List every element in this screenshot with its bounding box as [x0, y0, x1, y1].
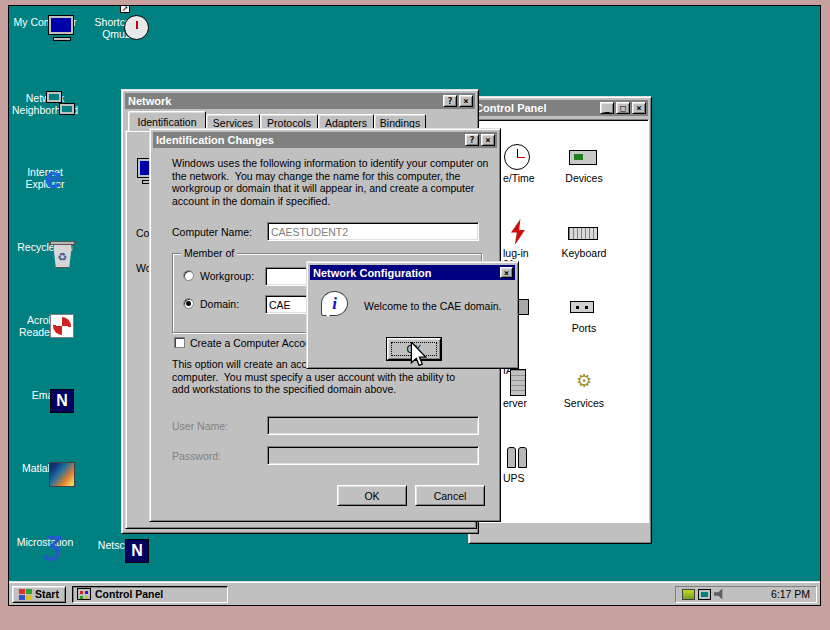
identification-changes-titlebar: Identification Changes ? × [153, 132, 497, 148]
start-button[interactable]: Start [12, 586, 66, 603]
lightning-icon [503, 218, 535, 248]
ports-icon [568, 293, 600, 323]
cp-item-date-time[interactable]: e/Time [503, 143, 549, 184]
msgbox-message: Welcome to the CAE domain. [364, 300, 502, 312]
ups-battery-icon [503, 443, 535, 473]
identification-changes-title: Identification Changes [156, 134, 463, 146]
user-name-label: User Name: [172, 420, 228, 432]
desktop-icon-network-neighborhood[interactable]: Network Neighborhood [11, 89, 79, 116]
taskbar-task-control-panel[interactable]: Control Panel [72, 586, 228, 603]
services-gears-icon: ⚙ [568, 368, 600, 398]
cancel-button[interactable]: Cancel [415, 485, 485, 506]
desktop-icon-email[interactable]: N Email [11, 386, 79, 401]
network-status-icon[interactable] [698, 589, 711, 600]
keyboard-icon [568, 218, 600, 248]
cp-item-keyboard[interactable]: Keyboard [550, 218, 618, 259]
network-dialog-titlebar: Network ? × [125, 93, 475, 109]
identification-intro-text: Windows uses the following information t… [172, 157, 488, 207]
domain-radio[interactable] [183, 298, 194, 309]
help-icon[interactable]: ? [443, 95, 457, 107]
help-icon[interactable]: ? [465, 134, 479, 146]
msgbox-titlebar: Network Configuration × [310, 265, 515, 280]
password-input [267, 446, 479, 465]
display-settings-icon[interactable] [682, 589, 695, 600]
member-of-legend: Member of [181, 247, 237, 259]
minimize-button[interactable]: _ [600, 102, 614, 114]
close-icon[interactable]: × [481, 134, 495, 146]
desktop-icon-my-computer[interactable]: My Computer [11, 13, 79, 28]
password-label: Password: [172, 450, 221, 462]
desktop-icon-internet-explorer[interactable]: e Internet Explorer [11, 163, 79, 190]
shortcut-arrow-icon: ➚ [120, 5, 130, 13]
date-time-icon [503, 143, 535, 173]
desktop-icon-microstation[interactable]: Ʒ Microstation [11, 533, 79, 548]
desktop-icon-shortcut-qmuzik[interactable]: ➚ Shortcut to Qmuzik [86, 13, 154, 40]
close-icon[interactable]: × [500, 267, 513, 278]
cp-item-services[interactable]: ⚙ Services [550, 368, 618, 409]
control-panel-titlebar: Control Panel _ □ × [472, 100, 648, 116]
control-panel-icon [77, 588, 91, 600]
volume-icon[interactable] [714, 589, 726, 600]
cp-item-ports[interactable]: Ports [550, 293, 618, 334]
computer-name-input[interactable]: CAESTUDENT2 [267, 222, 479, 241]
ok-button[interactable]: OK [337, 485, 407, 506]
windows-logo-icon [19, 589, 32, 600]
control-panel-title: Control Panel [475, 102, 598, 114]
create-account-checkbox[interactable] [174, 337, 185, 348]
taskbar: Start Control Panel 6:17 PM [9, 582, 820, 605]
msgbox-title: Network Configuration [313, 267, 498, 279]
network-dialog-title: Network [128, 95, 441, 107]
close-icon[interactable]: × [459, 95, 473, 107]
workgroup-radio-label: Workgroup: [200, 270, 254, 282]
devices-icon [568, 143, 600, 173]
taskbar-clock[interactable]: 6:17 PM [771, 588, 810, 600]
desktop-icon-matlab[interactable]: Matlab5.0 [11, 459, 79, 474]
desktop: My Computer ➚ Shortcut to Qmuzik Network… [8, 5, 821, 606]
cp-item-devices[interactable]: Devices [550, 143, 618, 184]
maximize-button[interactable]: □ [616, 102, 630, 114]
cp-item-server[interactable]: erver [503, 368, 549, 409]
cp-item-ups[interactable]: UPS [503, 443, 549, 484]
desktop-icon-acrobat-reader[interactable]: Acrobat Reader 4.0 [11, 311, 79, 338]
close-button[interactable]: × [632, 102, 646, 114]
domain-radio-label: Domain: [200, 298, 239, 310]
computer-name-label: Computer Name: [172, 226, 252, 238]
server-icon [503, 368, 535, 398]
mouse-cursor [410, 342, 427, 368]
desktop-icon-netscape[interactable]: N Netscape [86, 536, 154, 551]
user-name-input [267, 416, 479, 435]
system-tray: 6:17 PM [675, 586, 817, 603]
desktop-icon-recycle-bin[interactable]: ♻ Recycle Bin [11, 238, 79, 253]
workgroup-radio[interactable] [183, 270, 194, 281]
info-icon: i [321, 291, 348, 316]
